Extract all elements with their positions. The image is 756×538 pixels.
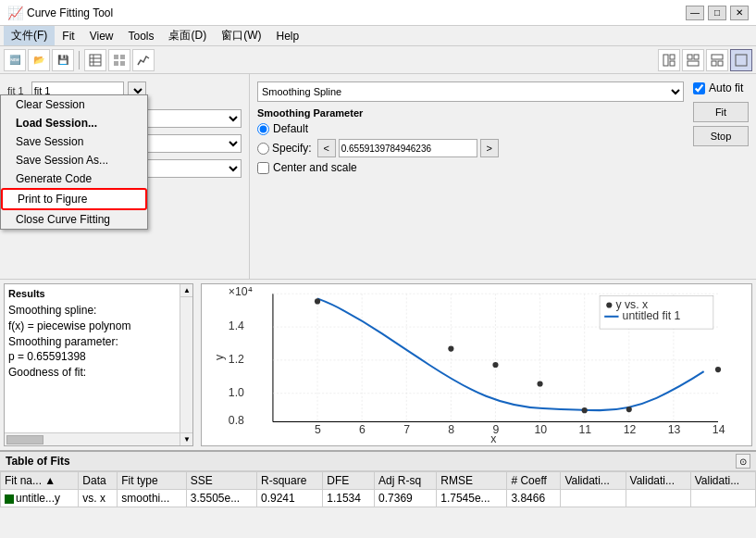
table-section: Table of Fits ⊙ Fit na... ▲ Data Fit typ… [0,450,756,538]
svg-rect-7 [120,61,125,66]
table-wrapper[interactable]: Fit na... ▲ Data Fit type SSE R-square D… [0,471,756,507]
cell-adj-r-sq: 0.7369 [375,490,437,507]
col-fit-type[interactable]: Fit type [118,472,187,490]
specify-label: Specify: [272,142,312,155]
svg-point-53 [538,381,543,386]
scroll-down-btn[interactable]: ▼ [180,432,193,445]
result-line-6: Goodness of fit: [8,365,189,381]
maximize-button[interactable]: □ [708,6,726,20]
chart-btn[interactable] [132,49,155,71]
cell-n-coeff: 3.8466 [507,490,561,507]
table-header-bar: Table of Fits ⊙ [0,452,756,471]
results-scrollbar[interactable]: ▲ ▼ [180,284,192,445]
cell-fit-name: untitle...y [1,490,79,507]
svg-text:12: 12 [624,423,637,436]
chart-panel: ×10⁴ 0.8 [201,283,752,446]
table-btn[interactable] [84,49,106,71]
svg-rect-14 [712,55,723,59]
svg-rect-16 [718,61,723,66]
svg-point-58 [606,302,612,307]
menu-bar: 文件(F) Fit View Tools 桌面(D) 窗口(W) Help [0,26,756,46]
fit-button[interactable]: Fit [693,102,749,122]
result-line-4: p = 0.65591398 [8,349,189,365]
cell-sse: 3.5505e... [186,490,256,507]
menu-desktop[interactable]: 桌面(D) [161,26,214,45]
menu-help[interactable]: Help [268,28,306,44]
results-horiz-scrollbar[interactable] [5,432,180,445]
default-radio[interactable] [257,123,269,135]
svg-rect-13 [688,61,699,66]
specify-radio[interactable] [257,143,269,155]
layout-btn-2[interactable] [682,49,704,71]
menu-tools[interactable]: Tools [120,28,161,44]
col-n-coeff[interactable]: # Coeff [507,472,561,490]
col-sse[interactable]: SSE [186,472,256,490]
svg-text:6: 6 [359,423,366,436]
minimize-button[interactable]: — [686,6,704,20]
cell-fit-type: smoothi... [118,490,187,507]
layout-btn-4[interactable] [730,49,752,71]
center-scale-label: Center and scale [273,161,357,174]
svg-text:11: 11 [579,423,592,436]
svg-rect-17 [736,55,747,66]
open-button[interactable]: 📂 [28,49,50,71]
horiz-thumb[interactable] [6,435,43,444]
cell-r-square: 0.9241 [256,490,322,507]
svg-text:5: 5 [315,423,321,436]
results-content: Smoothing spline: f(x) = piecewise polyn… [8,303,189,381]
center-scale-row: Center and scale [257,161,684,174]
menu-file[interactable]: 文件(F) [4,26,55,45]
menu-close-curve-fitting[interactable]: Close Curve Fitting [1,210,147,229]
smooth-param-label: Smoothing Parameter [257,107,684,119]
svg-point-52 [492,362,498,368]
menu-view[interactable]: View [82,28,121,44]
cell-v2 [626,490,690,507]
specify-less-btn[interactable]: < [317,139,336,157]
cell-rmse: 1.7545e... [437,490,507,507]
grid-btn[interactable] [108,49,130,71]
svg-point-54 [582,407,588,413]
layout-btn-1[interactable] [658,49,680,71]
cell-v1 [561,490,626,507]
col-validati-2[interactable]: Validati... [626,472,690,490]
auto-fit-checkbox[interactable] [693,82,705,94]
title-text: Curve Fitting Tool [27,6,113,19]
results-section: Results Smoothing spline: f(x) = piecewi… [0,279,756,450]
dropdown-menu: Clear Session Load Session... Save Sessi… [0,94,148,230]
menu-print-to-figure[interactable]: Print to Figure [1,188,147,210]
menu-fit[interactable]: Fit [55,28,81,44]
result-line-2: f(x) = piecewise polynom [8,319,189,334]
col-validati-3[interactable]: Validati... [690,472,755,490]
menu-save-session[interactable]: Save Session [1,132,147,151]
svg-rect-6 [114,61,118,66]
layout-btn-3[interactable] [706,49,728,71]
svg-text:untitled fit 1: untitled fit 1 [623,309,681,322]
save-toolbar-button[interactable]: 💾 [52,49,74,71]
stop-button[interactable]: Stop [693,126,749,146]
menu-load-session[interactable]: Load Session... [1,114,147,132]
specify-more-btn[interactable]: > [480,139,499,157]
col-adj-r-sq[interactable]: Adj R-sq [375,472,437,490]
table-scroll-btn[interactable]: ⊙ [736,454,750,469]
svg-point-51 [448,346,453,352]
menu-window[interactable]: 窗口(W) [214,26,268,45]
default-label: Default [273,122,308,135]
menu-clear-session[interactable]: Clear Session [1,95,147,114]
col-dfe[interactable]: DFE [323,472,375,490]
col-fit-name[interactable]: Fit na... ▲ [1,472,79,490]
fit-type-select[interactable]: Smoothing Spline [257,81,684,102]
svg-rect-10 [670,61,675,66]
scroll-up-btn[interactable]: ▲ [180,284,193,297]
col-r-square[interactable]: R-square [256,472,322,490]
new-button[interactable]: 🆕 [4,49,26,71]
center-scale-checkbox[interactable] [257,162,269,174]
col-data[interactable]: Data [79,472,118,490]
menu-save-session-as[interactable]: Save Session As... [1,151,147,169]
svg-rect-15 [712,61,716,66]
title-bar: 📈 Curve Fitting Tool — □ ✕ [0,0,756,26]
menu-generate-code[interactable]: Generate Code [1,169,147,188]
close-button[interactable]: ✕ [730,6,749,20]
col-rmse[interactable]: RMSE [437,472,507,490]
col-validati-1[interactable]: Validati... [561,472,626,490]
specify-value-input[interactable] [339,139,477,157]
